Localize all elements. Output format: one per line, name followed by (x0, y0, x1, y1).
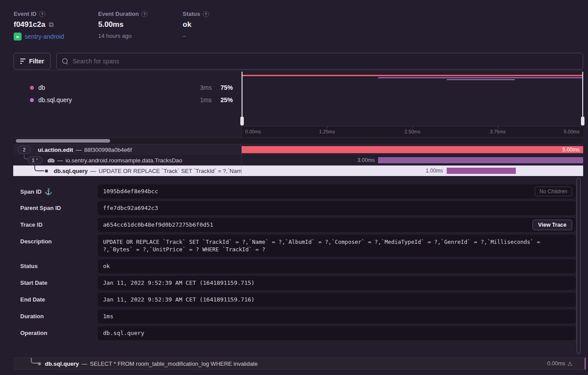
detail-row-duration: Duration 1ms (13, 309, 586, 324)
detail-row-end-date: End Date Jan 11, 2022 9:52:39 AM CET (16… (13, 293, 586, 307)
field-label: End Date (20, 296, 45, 303)
field-label: Description (20, 238, 52, 245)
scrollbar-thumb[interactable] (16, 139, 110, 143)
start-date-value: Jan 11, 2022 9:52:39 AM CET (1641891159.… (98, 276, 576, 290)
time-axis: 0.00ms 1.25ms 2.50ms 3.75ms 5.00ms (242, 126, 583, 137)
span-row-ui-action-edit[interactable]: 2 ui.action.edit — 88f300998a0b4e6f 5.00… (13, 144, 583, 155)
detail-row-description: Description UPDATE OR REPLACE `Track` SE… (13, 235, 586, 257)
span-row-db-sql-query-selected[interactable]: db.sql.query — UPDATE OR REPLACE `Track`… (13, 165, 583, 176)
event-duration-value: 5.00ms (98, 20, 124, 29)
op-percent: 25% (212, 96, 233, 103)
op-name: db.sql.query (38, 96, 189, 103)
span-op: db.sql.query (45, 360, 79, 367)
minimap-span-line (242, 75, 583, 76)
status-column: Status ? ok – (183, 11, 209, 39)
event-id-column: Event ID ? f0491c2a ⧉ sentry-android (14, 11, 64, 40)
span-description: SELECT * FROM room_table_modification_lo… (90, 360, 257, 367)
help-icon[interactable]: ? (39, 11, 45, 17)
no-children-badge: No Children (535, 187, 572, 196)
warning-icon: ⚠ (567, 360, 573, 367)
axis-tick-label: 3.75ms (490, 129, 506, 134)
tree-connector (34, 165, 44, 171)
status-value: ok (183, 20, 191, 29)
field-label: Status (20, 263, 38, 269)
event-duration-label: Event Duration (98, 11, 139, 17)
span-row-select-query[interactable]: db.sql.query — SELECT * FROM room_table_… (13, 357, 586, 370)
legend-item-db-sql-query[interactable]: db.sql.query 1ms 25% (13, 95, 242, 105)
field-label: Duration (20, 313, 44, 320)
children-count: 2 (23, 147, 26, 152)
field-label: Parent Span ID (20, 205, 61, 211)
detail-row-start-date: Start Date Jan 11, 2022 9:52:39 AM CET (… (13, 276, 586, 290)
field-label: Span ID (20, 188, 41, 195)
duration-value: 1ms (98, 309, 576, 324)
separator: — (76, 147, 81, 153)
chevron-up-icon: ⌃ (35, 158, 39, 162)
span-duration-label: 5.00ms (562, 144, 580, 155)
detail-row-span-id: Span ID ⚓ 1095bd4ef8e94bcc No Children (13, 184, 586, 199)
field-label: Trace ID (20, 221, 43, 228)
minimap-handle-right[interactable] (582, 72, 583, 125)
filter-icon (20, 59, 26, 64)
parent-span-id-value: ffe7dbc92a6942c3 (98, 201, 576, 215)
trace-id-value: a654cc61dc0b48ef9d0b27275b6f0d51 (98, 218, 576, 232)
span-detail-page: Event ID ? f0491c2a ⧉ sentry-android Eve… (0, 0, 588, 375)
project-link[interactable]: sentry-android (25, 33, 64, 40)
drag-handle-icon[interactable] (581, 117, 584, 125)
view-trace-button[interactable]: View Trace (533, 220, 572, 230)
android-icon (14, 33, 22, 40)
op-color-dot (30, 86, 34, 90)
status-sub: – (183, 33, 186, 39)
tree-connector (31, 358, 39, 364)
minimap-handle-left[interactable] (242, 72, 243, 125)
children-count-pill[interactable]: 2 (18, 146, 31, 154)
trace-minimap[interactable] (242, 71, 583, 126)
filter-button[interactable]: Filter (14, 53, 51, 70)
horizontal-scrollbar[interactable] (13, 137, 583, 144)
detail-row-trace-id: Trace ID a654cc61dc0b48ef9d0b27275b6f0d5… (13, 218, 586, 232)
axis-tick-label: 1.25ms (319, 129, 335, 134)
drag-handle-icon[interactable] (240, 117, 244, 125)
separator: — (57, 157, 63, 164)
operation-value: db.sql.query (98, 326, 576, 340)
help-icon[interactable]: ? (141, 11, 147, 17)
detail-row-status: Status ok (13, 259, 586, 273)
span-description: UPDATE OR REPLACE `Track` SET `TrackId` … (99, 168, 242, 174)
leaf-dot-icon (38, 362, 41, 365)
anchor-icon[interactable]: ⚓ (44, 188, 52, 195)
axis-tick-label: 2.50ms (404, 129, 420, 134)
span-duration-bar (378, 157, 583, 163)
help-icon[interactable]: ? (203, 11, 209, 17)
minimap-span-line (447, 79, 515, 81)
minimap-span-line (378, 77, 583, 78)
event-id-value: f0491c2a (14, 20, 45, 29)
span-description: 88f300998a0b4e6f (84, 147, 132, 153)
event-duration-column: Event Duration ? 5.00ms 14 hours ago (98, 11, 147, 39)
filter-button-label: Filter (29, 58, 44, 65)
search-bar (56, 53, 583, 70)
op-duration: 1ms (189, 96, 212, 103)
op-percent: 75% (212, 84, 233, 91)
field-label: Operation (20, 330, 47, 336)
status-label: Status (183, 11, 200, 17)
span-id-value: 1095bd4ef8e94bcc (98, 184, 576, 199)
span-duration-bar (584, 358, 586, 369)
copy-icon[interactable]: ⧉ (49, 21, 54, 29)
op-duration: 3ms (189, 84, 212, 91)
span-op: db (48, 157, 55, 164)
span-description: io.sentry.android.roomsample.data.Tracks… (66, 157, 182, 164)
children-count-pill[interactable]: 1 ⌃ (28, 156, 43, 164)
description-value: UPDATE OR REPLACE `Track` SET `TrackId` … (98, 235, 576, 257)
search-input[interactable] (73, 58, 577, 65)
status-value: ok (98, 259, 576, 273)
event-duration-ago: 14 hours ago (98, 33, 132, 39)
span-duration-bar (242, 146, 583, 153)
vertical-scrollbar[interactable] (577, 178, 581, 354)
separator: — (81, 360, 87, 367)
op-breakdown-panel: db 3ms 75% db.sql.query 1ms 25% (13, 71, 242, 137)
span-duration-label: 0.00ms (547, 360, 565, 367)
span-row-db[interactable]: 1 ⌃ db — io.sentry.android.roomsample.da… (13, 155, 583, 165)
legend-item-db[interactable]: db 3ms 75% (13, 82, 242, 93)
leaf-dot-icon (45, 169, 48, 173)
span-op: ui.action.edit (38, 147, 73, 153)
